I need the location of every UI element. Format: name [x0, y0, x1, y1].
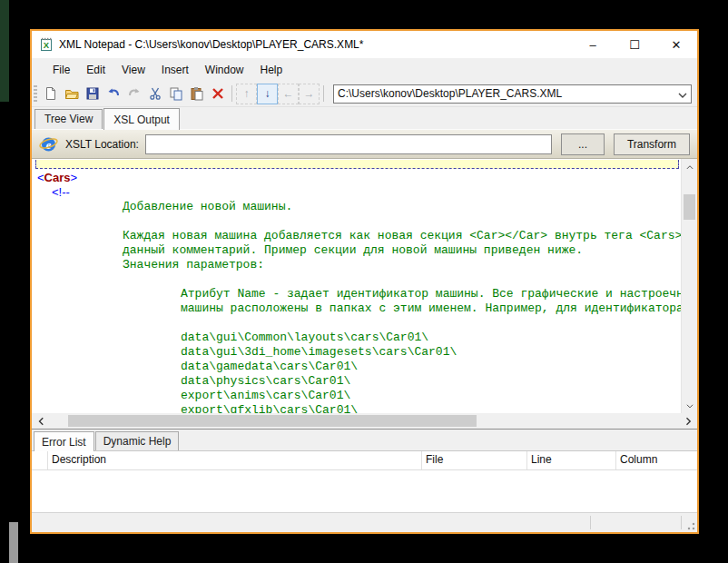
statusbar-separator — [590, 516, 591, 529]
paste-button[interactable] — [186, 84, 207, 104]
tab-error-list[interactable]: Error List — [34, 431, 94, 451]
maximize-button[interactable]: ☐ — [614, 31, 655, 58]
scroll-up-icon[interactable] — [682, 159, 697, 174]
scroll-down-icon[interactable] — [682, 398, 697, 413]
horizontal-scroll-thumb[interactable] — [68, 415, 477, 427]
scroll-left-icon[interactable] — [32, 413, 50, 429]
code-line: Значения параметров: — [35, 258, 681, 272]
code-line: Каждая новая машина добавляется как нова… — [35, 229, 681, 243]
undo-icon — [106, 86, 121, 101]
xslt-location-label: XSLT Location: — [65, 138, 139, 151]
code-line: <!-- — [35, 185, 681, 200]
nudge-left-icon: ← — [283, 87, 294, 100]
nudge-down-button[interactable]: ↓ — [257, 84, 278, 104]
menu-edit[interactable]: Edit — [78, 61, 113, 79]
code-line: машины расположены в папках с этим имене… — [35, 301, 681, 316]
vertical-scroll-thumb[interactable] — [684, 194, 695, 220]
toolbar-separator — [231, 85, 232, 102]
address-combobox[interactable] — [333, 84, 692, 104]
undo-button[interactable] — [103, 84, 123, 104]
toolbar-grip[interactable] — [34, 85, 37, 102]
nudge-up-button[interactable]: ↑ — [236, 84, 257, 104]
save-button[interactable] — [82, 84, 103, 104]
window-title: XML Notepad - C:\Users\konov\Desktop\PLA… — [59, 38, 572, 51]
code-line: Атрибут Name - задает идентификатор маши… — [35, 287, 681, 301]
column-header-icon[interactable] — [32, 451, 48, 469]
bottom-tabstrip: Error List Dynamic Help — [32, 430, 697, 450]
code-line: export\gfxlib\cars\Car01\ — [35, 403, 681, 413]
code-line: Добавление новой машины. — [35, 200, 681, 214]
code-line: data\gui\3di_home\imagesets\cars\Car01\ — [35, 345, 681, 360]
new-file-icon — [44, 86, 58, 101]
desktop-artifact-green — [0, 0, 9, 102]
toolbar-separator — [323, 85, 324, 102]
title-bar[interactable]: X XML Notepad - C:\Users\konov\Desktop\P… — [32, 31, 697, 58]
paste-icon — [190, 86, 204, 101]
copy-button[interactable] — [165, 84, 186, 104]
vertical-scroll-track[interactable] — [682, 174, 697, 398]
tab-dynamic-help[interactable]: Dynamic Help — [95, 431, 180, 450]
open-button[interactable] — [61, 84, 82, 104]
internet-explorer-icon: e — [39, 134, 58, 153]
column-header-line[interactable]: Line — [527, 451, 616, 469]
resize-grip-icon[interactable] — [684, 519, 695, 530]
code-line — [35, 272, 681, 287]
xml-content[interactable]: <Cars><!--Добавление новой машины. Кажда… — [32, 159, 681, 413]
nudge-right-button[interactable]: → — [299, 84, 320, 104]
column-header-description[interactable]: Description — [48, 451, 422, 469]
minimize-button[interactable]: – — [572, 31, 614, 58]
copy-icon — [169, 86, 183, 101]
nudge-left-button[interactable]: ← — [278, 84, 299, 104]
vertical-scrollbar[interactable] — [681, 159, 697, 413]
redo-button[interactable] — [123, 84, 144, 104]
error-table-header: Description File Line Column — [32, 451, 697, 470]
code-line — [35, 214, 681, 229]
cut-icon — [148, 86, 162, 101]
horizontal-scrollbar[interactable] — [32, 413, 697, 429]
xml-notepad-window: X XML Notepad - C:\Users\konov\Desktop\P… — [30, 29, 699, 534]
xml-declaration-highlight[interactable] — [35, 160, 679, 169]
menu-view[interactable]: View — [113, 61, 153, 79]
nudge-right-icon: → — [304, 87, 315, 100]
error-panel: Error List Dynamic Help Description File… — [32, 429, 697, 512]
xsl-output-pane: <Cars><!--Добавление новой машины. Кажда… — [32, 158, 697, 413]
tab-tree-view[interactable]: Tree View — [34, 109, 103, 129]
xml-notepad-app-icon: X — [39, 37, 54, 52]
dropdown-chevron-icon[interactable] — [674, 85, 691, 102]
tab-xsl-output[interactable]: XSL Output — [103, 108, 180, 130]
menu-insert[interactable]: Insert — [153, 61, 197, 79]
cut-button[interactable] — [144, 84, 165, 104]
browse-button[interactable]: ... — [561, 133, 605, 155]
error-list-table: Description File Line Column — [32, 450, 697, 512]
document-tabstrip: Tree View XSL Output — [32, 107, 697, 129]
menu-help[interactable]: Help — [252, 61, 291, 79]
address-input[interactable] — [334, 84, 674, 104]
code-lines: <Cars><!--Добавление новой машины. Кажда… — [35, 171, 681, 413]
code-line: <Cars> — [35, 171, 681, 185]
save-icon — [85, 86, 100, 101]
nudge-down-icon: ↓ — [265, 87, 271, 100]
scroll-right-icon[interactable] — [679, 413, 697, 429]
new-file-button[interactable] — [40, 84, 61, 104]
column-header-column[interactable]: Column — [616, 451, 697, 469]
error-table-body[interactable] — [32, 470, 697, 512]
statusbar-separator — [681, 516, 682, 529]
nudge-up-icon: ↑ — [244, 87, 250, 100]
horizontal-scroll-track[interactable] — [50, 413, 679, 429]
svg-text:X: X — [44, 40, 50, 50]
code-line: data\physics\cars\Car01\ — [35, 374, 681, 389]
code-line — [35, 316, 681, 331]
menu-file[interactable]: File — [44, 61, 78, 79]
xslt-location-input[interactable] — [145, 134, 552, 154]
code-line: данный комментарий. Пример секции для но… — [35, 243, 681, 258]
xslt-toolbar: e XSLT Location: ... Transform — [32, 129, 697, 158]
redo-icon — [127, 86, 142, 101]
toolbar: ↑ ↓ ← → — [32, 81, 697, 107]
menu-bar: File Edit View Insert Window Help — [32, 58, 697, 81]
open-folder-icon — [64, 86, 79, 101]
close-button[interactable]: ✕ — [655, 31, 697, 58]
transform-button[interactable]: Transform — [614, 133, 690, 155]
column-header-file[interactable]: File — [422, 451, 527, 469]
delete-button[interactable] — [207, 84, 228, 104]
menu-window[interactable]: Window — [197, 61, 252, 79]
